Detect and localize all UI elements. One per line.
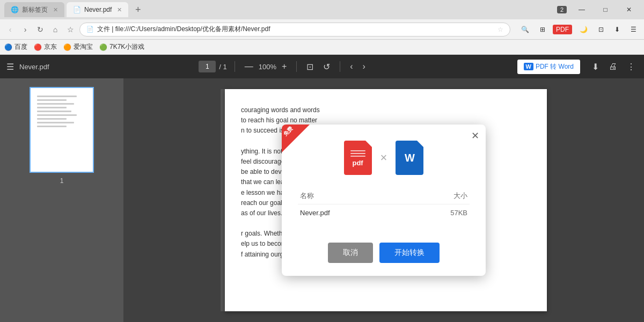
taobao-label: 爱淘宝 [74, 42, 93, 52]
jd-icon: 🔴 [34, 43, 42, 51]
pdf-icon-btn[interactable]: PDF [553, 25, 572, 34]
tab-label-1: 新标签页 [22, 5, 48, 14]
tab-label-2: Never.pdf [84, 6, 112, 13]
pdf-title: Never.pdf [19, 63, 49, 71]
pdf-file-icon: pdf [344, 141, 372, 175]
tab-bar: 🌐 新标签页 ✕ 📄 Never.pdf ✕ + 2 — □ ✕ [0, 0, 644, 19]
address-bar: ‹ › ↻ ⌂ ☆ 📄 文件 | file:///C:/Users/admin/… [0, 19, 644, 40]
pdf-zoom-controls: — 100% + [243, 61, 289, 72]
table-row: Never.pdf 57KB [298, 204, 470, 222]
address-input[interactable]: 📄 文件 | file:///C:/Users/admin/Desktop/优化… [79, 23, 510, 36]
pdf-page-input[interactable] [199, 61, 216, 72]
zoom-in-button[interactable]: + [280, 61, 289, 72]
close-button[interactable]: ✕ [618, 1, 640, 18]
grid-icon-btn[interactable]: ⊞ [537, 25, 548, 34]
dialog-close-button[interactable]: ✕ [471, 130, 479, 142]
pdf-page-separator: / 1 [219, 63, 226, 71]
games-label: 7K7K小游戏 [109, 42, 144, 52]
bookmark-taobao[interactable]: 🟠 爱淘宝 [63, 42, 93, 52]
pdf-page-nav: / 1 [199, 61, 226, 72]
tab-favicon-2: 📄 [73, 6, 81, 13]
tab-never-pdf[interactable]: 📄 Never.pdf ✕ [67, 2, 128, 17]
browser-actions: 🔍 ⊞ PDF 🌙 ⊡ ⬇ ☰ [518, 25, 640, 34]
pdf-icon-line-2 [350, 153, 365, 154]
prev-page-button[interactable]: ‹ [348, 61, 355, 72]
minimize-button[interactable]: — [571, 1, 592, 18]
pdf-convert-label: PDF 转 Word [536, 62, 574, 71]
pdf-download-button[interactable]: ⬇ [590, 61, 601, 73]
games-icon: 🟢 [99, 43, 107, 51]
menu-icon-btn[interactable]: ☰ [627, 25, 640, 34]
pdf-main-area: couraging words and words to reach his g… [123, 78, 644, 322]
moon-icon-btn[interactable]: 🌙 [576, 25, 591, 34]
pdf-zoom-value: 100% [259, 63, 276, 71]
word-icon-label: W [405, 152, 415, 164]
pdf-convert-word-button[interactable]: W PDF 转 Word [517, 60, 581, 74]
nav-back-button[interactable]: ‹ [4, 24, 16, 35]
jd-label: 京东 [44, 42, 57, 52]
bookmarks-bar: 🔵 百度 🔴 京东 🟠 爱淘宝 🟢 7K7K小游戏 [0, 40, 644, 55]
word-icon-corner [417, 141, 423, 147]
word-file-icon: W [396, 141, 423, 175]
pdf-print-button[interactable]: 🖨 [606, 61, 619, 72]
pdf-page-thumbnail[interactable] [30, 87, 94, 173]
nav-bookmark-button[interactable]: ☆ [64, 24, 76, 35]
bookmark-jd[interactable]: 🔴 京东 [34, 42, 57, 52]
address-star-icon: ☆ [497, 26, 503, 33]
tab-close-1[interactable]: ✕ [53, 6, 58, 13]
rotate-button[interactable]: ↺ [321, 61, 332, 73]
baidu-label: 百度 [14, 42, 27, 52]
tab-favicon-1: 🌐 [11, 6, 19, 13]
table-header-name: 名称 [298, 188, 404, 204]
word-icon-mini: W [524, 63, 533, 70]
dialog-overlay: 免费 ✕ [123, 78, 644, 322]
zoom-out-button[interactable]: — [243, 61, 255, 72]
pdf-icon-label: pdf [352, 159, 363, 167]
address-text: 文件 | file:///C:/Users/admin/Desktop/优化备用… [97, 25, 494, 34]
nav-refresh-button[interactable]: ↻ [34, 24, 46, 35]
pdf-menu-icon[interactable]: ☰ [6, 62, 14, 72]
pdf-icon-line-1 [350, 150, 365, 151]
conversion-arrow-icon: × [380, 151, 387, 165]
pdf-icon-lines [350, 150, 365, 157]
search-icon-btn[interactable]: 🔍 [518, 25, 532, 34]
cancel-button[interactable]: 取消 [328, 243, 373, 263]
dialog-conversion-icons: pdf × W [298, 141, 470, 175]
new-tab-button[interactable]: + [130, 2, 145, 17]
pdf-icon-corner [365, 141, 372, 147]
bookmark-7k7k[interactable]: 🟢 7K7K小游戏 [99, 42, 144, 52]
tab-newtab[interactable]: 🌐 新标签页 ✕ [4, 2, 64, 17]
fit-page-button[interactable]: ⊡ [304, 61, 316, 73]
baidu-icon: 🔵 [4, 43, 12, 51]
pdf-thumbnail-sidebar: 1 [0, 78, 123, 322]
file-info-table: 名称 大小 Never.pdf 57KB [298, 188, 470, 221]
start-convert-button[interactable]: 开始转换 [379, 243, 440, 263]
pdf-icon-line-3 [350, 156, 365, 157]
pdf-more-button[interactable]: ⋮ [625, 61, 638, 73]
dialog-actions: 取消 开始转换 [282, 243, 486, 276]
dialog-body: pdf × W [282, 125, 486, 243]
conversion-dialog: 免费 ✕ [282, 125, 486, 276]
file-name-cell: Never.pdf [298, 204, 404, 222]
file-size-cell: 57KB [404, 204, 470, 222]
table-header-size: 大小 [404, 188, 470, 204]
nav-home-button[interactable]: ⌂ [49, 24, 61, 35]
nav-forward-button[interactable]: › [19, 24, 31, 35]
crop-icon-btn[interactable]: ⊡ [595, 25, 607, 34]
pdf-page-thumb-number: 1 [60, 177, 64, 185]
tab-close-2[interactable]: ✕ [117, 6, 122, 13]
pdf-content: 1 couraging words and words to reach his… [0, 78, 644, 322]
maximize-button[interactable]: □ [595, 1, 616, 18]
pdf-toolbar: ☰ Never.pdf / 1 — 100% + ⊡ ↺ ‹ › W PDF 转… [0, 55, 644, 78]
pdf-viewer: ☰ Never.pdf / 1 — 100% + ⊡ ↺ ‹ › W PDF 转… [0, 55, 644, 322]
next-page-button[interactable]: › [361, 61, 368, 72]
address-lock-icon: 📄 [86, 26, 94, 33]
taobao-icon: 🟠 [63, 43, 71, 51]
bookmark-baidu[interactable]: 🔵 百度 [4, 42, 27, 52]
window-number: 2 [557, 6, 567, 13]
download-icon-btn[interactable]: ⬇ [611, 25, 623, 34]
